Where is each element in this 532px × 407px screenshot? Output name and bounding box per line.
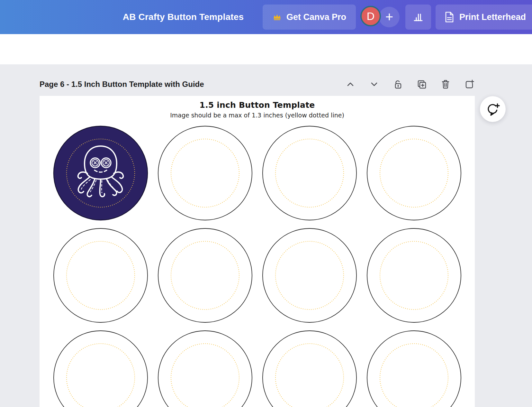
button-outline xyxy=(366,125,462,221)
plus-icon: + xyxy=(385,9,393,25)
button-outline xyxy=(366,329,462,407)
template-subtitle-text[interactable]: Image should be a max of 1.3 inches (yel… xyxy=(40,112,475,119)
button-outline xyxy=(261,125,358,221)
button-circle-octopus[interactable] xyxy=(52,125,149,221)
button-outline xyxy=(157,227,253,324)
button-outline xyxy=(52,329,149,407)
button-circle-empty[interactable] xyxy=(157,227,253,324)
button-outline xyxy=(261,227,358,324)
bar-chart-icon xyxy=(412,11,425,23)
page-title-label[interactable]: Page 6 - 1.5 Inch Button Template with G… xyxy=(40,80,204,89)
top-bar-actions: Get Canva Pro + D xyxy=(263,0,532,34)
button-outline xyxy=(261,329,358,407)
button-circle-empty[interactable] xyxy=(157,329,253,407)
move-page-down-button[interactable] xyxy=(369,79,380,90)
button-circle-empty[interactable] xyxy=(52,227,149,324)
top-bar: AB Crafty Button Templates Get Canva Pro… xyxy=(0,0,532,34)
avatar[interactable]: D xyxy=(360,6,381,26)
button-circle-empty[interactable] xyxy=(261,227,358,324)
button-outline xyxy=(52,227,149,324)
button-circle-empty[interactable] xyxy=(157,125,253,221)
design-title[interactable]: AB Crafty Button Templates xyxy=(116,0,251,34)
document-icon xyxy=(444,11,455,23)
page-header: Page 6 - 1.5 Inch Button Template with G… xyxy=(40,77,475,92)
template-title-text[interactable]: 1.5 inch Button Template xyxy=(40,100,475,110)
add-member-button[interactable]: + xyxy=(379,7,400,27)
move-page-up-button[interactable] xyxy=(345,79,356,90)
duplicate-page-button[interactable] xyxy=(416,79,427,90)
delete-page-button[interactable] xyxy=(440,79,451,90)
button-circle-empty[interactable] xyxy=(366,227,462,324)
get-canva-pro-button[interactable]: Get Canva Pro xyxy=(263,5,356,30)
button-outline xyxy=(157,125,253,221)
button-circle-empty[interactable] xyxy=(261,125,358,221)
insights-button[interactable] xyxy=(405,5,431,30)
avatar-initial: D xyxy=(367,10,375,23)
comment-plus-icon xyxy=(485,101,500,117)
toolbar-strip xyxy=(0,34,532,64)
button-outline xyxy=(157,329,253,407)
octopus-button-art xyxy=(52,125,149,221)
design-page[interactable]: 1.5 inch Button Template Image should be… xyxy=(40,96,475,407)
canva-editor: { "topbar": { "title": "AB Crafty Button… xyxy=(0,0,532,407)
unlock-icon[interactable] xyxy=(392,79,403,90)
page-controls xyxy=(345,79,475,90)
button-circle-empty[interactable] xyxy=(261,329,358,407)
crown-icon xyxy=(272,12,282,22)
print-letterhead-label: Print Letterhead xyxy=(459,12,526,22)
get-canva-pro-label: Get Canva Pro xyxy=(286,12,346,22)
account-group: + D xyxy=(360,5,401,30)
print-letterhead-button[interactable]: Print Letterhead xyxy=(436,5,532,30)
add-comment-button[interactable] xyxy=(480,96,506,122)
button-circle-empty[interactable] xyxy=(366,329,462,407)
button-circle-empty[interactable] xyxy=(366,125,462,221)
button-circle-empty[interactable] xyxy=(52,329,149,407)
button-outline xyxy=(366,227,462,324)
add-page-button[interactable] xyxy=(464,79,475,90)
